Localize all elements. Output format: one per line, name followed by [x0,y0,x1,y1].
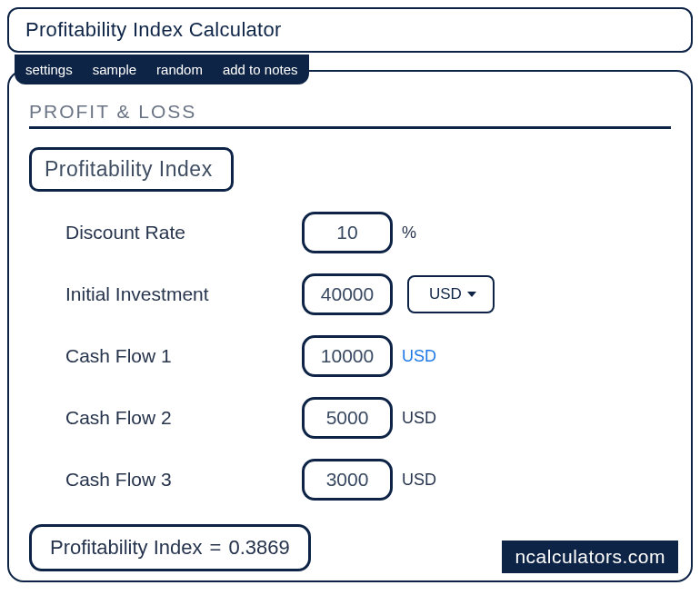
cash-flow-2-unit: USD [402,409,436,428]
row-cash-flow-3: Cash Flow 3 USD [65,459,671,501]
result-value: 0.3869 [228,536,289,560]
cash-flow-1-unit[interactable]: USD [402,347,436,366]
cash-flow-2-label: Cash Flow 2 [65,407,302,429]
brand-badge: ncalculators.com [502,541,678,573]
currency-select-value: USD [429,285,462,303]
initial-investment-input[interactable] [302,273,393,315]
discount-rate-unit: % [402,223,416,243]
cash-flow-1-input[interactable] [302,335,393,377]
currency-select[interactable]: USD [407,275,495,313]
result-box: Profitability Index = 0.3869 [29,524,311,571]
result-equals: = [210,536,222,560]
tabs-bar: settings sample random add to notes [15,55,309,84]
tab-sample[interactable]: sample [93,62,136,77]
chevron-down-icon [467,292,476,297]
initial-investment-label: Initial Investment [65,283,302,305]
discount-rate-label: Discount Rate [65,222,302,243]
tab-settings[interactable]: settings [25,62,73,77]
result-label: Profitability Index [50,536,203,560]
section-header: PROFIT & LOSS [29,101,671,129]
cash-flow-3-input[interactable] [302,459,393,501]
cash-flow-2-input[interactable] [302,397,393,439]
cash-flow-1-label: Cash Flow 1 [65,345,302,367]
discount-rate-input[interactable] [302,212,393,253]
row-cash-flow-2: Cash Flow 2 USD [65,397,671,439]
cash-flow-3-unit: USD [402,471,436,490]
page-title: Profitability Index Calculator [7,7,693,53]
calc-name-badge: Profitability Index [29,147,234,192]
row-initial-investment: Initial Investment USD [65,273,671,315]
row-cash-flow-1: Cash Flow 1 USD [65,335,671,377]
cash-flow-3-label: Cash Flow 3 [65,469,302,491]
tab-random[interactable]: random [156,62,203,77]
row-discount-rate: Discount Rate % [65,212,671,253]
tab-add-to-notes[interactable]: add to notes [223,62,298,77]
calculator-panel: PROFIT & LOSS Profitability Index Discou… [7,70,693,582]
